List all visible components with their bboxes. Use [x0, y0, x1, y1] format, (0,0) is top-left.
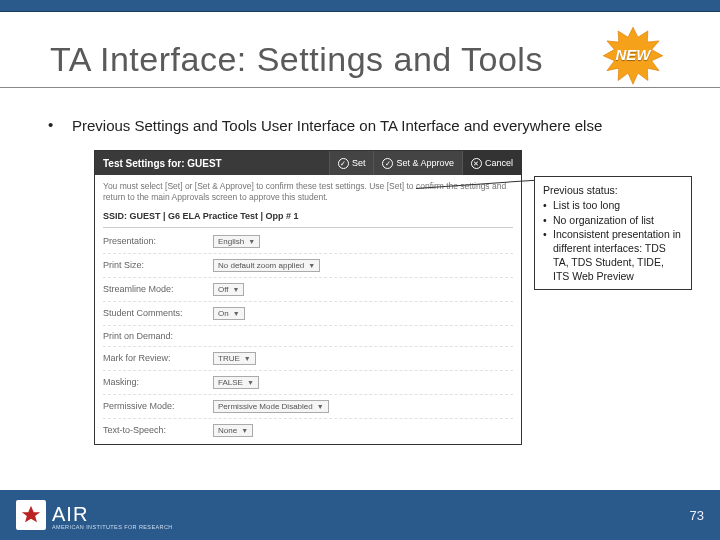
check-icon: ✓: [382, 158, 393, 169]
screenshot-header: Test Settings for: GUEST ✓ Set ✓ Set & A…: [95, 151, 521, 175]
setting-select[interactable]: FALSE▼: [213, 376, 259, 389]
chevron-down-icon: ▼: [241, 427, 248, 434]
chevron-down-icon: ▼: [317, 403, 324, 410]
setting-label: Text-to-Speech:: [103, 425, 213, 435]
bullet-marker: •: [543, 227, 553, 284]
bullet-marker: •: [48, 116, 72, 136]
slide-title: TA Interface: Settings and Tools: [50, 40, 680, 79]
setting-label: Student Comments:: [103, 308, 213, 318]
setting-label: Print Size:: [103, 260, 213, 270]
setting-value: Permissive Mode Disabled: [218, 402, 313, 411]
callout-item: •Inconsistent presentation in different …: [543, 227, 683, 284]
setting-select[interactable]: On▼: [213, 307, 245, 320]
setting-label: Print on Demand:: [103, 331, 213, 341]
setting-select[interactable]: None▼: [213, 424, 253, 437]
screenshot-area: Test Settings for: GUEST ✓ Set ✓ Set & A…: [94, 150, 688, 444]
setting-row: Text-to-Speech:None▼: [103, 419, 513, 442]
setting-row: Presentation:English▼: [103, 230, 513, 254]
setting-row: Masking:FALSE▼: [103, 371, 513, 395]
setting-select[interactable]: Permissive Mode Disabled▼: [213, 400, 329, 413]
setting-value: None: [218, 426, 237, 435]
callout-heading: Previous status:: [543, 183, 683, 197]
bullet-row: • Previous Settings and Tools User Inter…: [0, 88, 720, 146]
settings-screenshot: Test Settings for: GUEST ✓ Set ✓ Set & A…: [94, 150, 522, 444]
set-label: Set: [352, 158, 366, 168]
setting-value: FALSE: [218, 378, 243, 387]
set-button[interactable]: ✓ Set: [329, 151, 374, 175]
setting-select[interactable]: English▼: [213, 235, 260, 248]
bullet-marker: •: [543, 213, 553, 227]
setting-row: Permissive Mode:Permissive Mode Disabled…: [103, 395, 513, 419]
screenshot-body: You must select [Set] or [Set & Approve]…: [95, 175, 521, 443]
chevron-down-icon: ▼: [233, 310, 240, 317]
air-logo: AIR AMERICAN INSTITUTES FOR RESEARCH: [16, 500, 173, 530]
set-approve-label: Set & Approve: [396, 158, 454, 168]
chevron-down-icon: ▼: [233, 286, 240, 293]
setting-row: Streamline Mode:Off▼: [103, 278, 513, 302]
cancel-label: Cancel: [485, 158, 513, 168]
title-area: TA Interface: Settings and Tools NEW: [0, 12, 720, 88]
close-icon: ✕: [471, 158, 482, 169]
callout-list: •List is too long•No organization of lis…: [543, 198, 683, 283]
setting-value: TRUE: [218, 354, 240, 363]
setting-value: English: [218, 237, 244, 246]
footer-bar: AIR AMERICAN INSTITUTES FOR RESEARCH 73: [0, 490, 720, 540]
callout-item: •No organization of list: [543, 213, 683, 227]
setting-row: Student Comments:On▼: [103, 302, 513, 326]
setting-select[interactable]: No default zoom applied▼: [213, 259, 320, 272]
callout-item-text: Inconsistent presentation in different i…: [553, 227, 683, 284]
check-icon: ✓: [338, 158, 349, 169]
callout-item-text: No organization of list: [553, 213, 654, 227]
logo-subtext: AMERICAN INSTITUTES FOR RESEARCH: [52, 525, 173, 531]
setting-label: Permissive Mode:: [103, 401, 213, 411]
header-buttons: ✓ Set ✓ Set & Approve ✕ Cancel: [329, 151, 521, 175]
set-approve-button[interactable]: ✓ Set & Approve: [373, 151, 462, 175]
logo-text: AIR: [52, 504, 173, 524]
chevron-down-icon: ▼: [244, 355, 251, 362]
setting-label: Presentation:: [103, 236, 213, 246]
setting-value: Off: [218, 285, 229, 294]
setting-select[interactable]: Off▼: [213, 283, 244, 296]
callout-box: Previous status: •List is too long•No or…: [534, 176, 692, 290]
setting-select[interactable]: TRUE▼: [213, 352, 256, 365]
chevron-down-icon: ▼: [308, 262, 315, 269]
callout-item: •List is too long: [543, 198, 683, 212]
new-badge: NEW: [602, 26, 664, 88]
ssid-line: SSID: GUEST | G6 ELA Practice Test | Opp…: [103, 207, 513, 228]
setting-label: Mark for Review:: [103, 353, 213, 363]
logo-mark-icon: [16, 500, 46, 530]
callout-item-text: List is too long: [553, 198, 620, 212]
screenshot-title: Test Settings for: GUEST: [95, 158, 329, 169]
setting-value: No default zoom applied: [218, 261, 304, 270]
chevron-down-icon: ▼: [248, 238, 255, 245]
new-badge-label: NEW: [602, 46, 664, 63]
setting-label: Streamline Mode:: [103, 284, 213, 294]
cancel-button[interactable]: ✕ Cancel: [462, 151, 521, 175]
top-accent-bar: [0, 0, 720, 12]
setting-row: Mark for Review:TRUE▼: [103, 347, 513, 371]
chevron-down-icon: ▼: [247, 379, 254, 386]
instruction-text: You must select [Set] or [Set & Approve]…: [103, 181, 513, 202]
bullet-marker: •: [543, 198, 553, 212]
bullet-text: Previous Settings and Tools User Interfa…: [72, 116, 602, 136]
page-number: 73: [690, 508, 704, 523]
setting-row: Print on Demand:: [103, 326, 513, 347]
setting-row: Print Size:No default zoom applied▼: [103, 254, 513, 278]
setting-value: On: [218, 309, 229, 318]
setting-label: Masking:: [103, 377, 213, 387]
